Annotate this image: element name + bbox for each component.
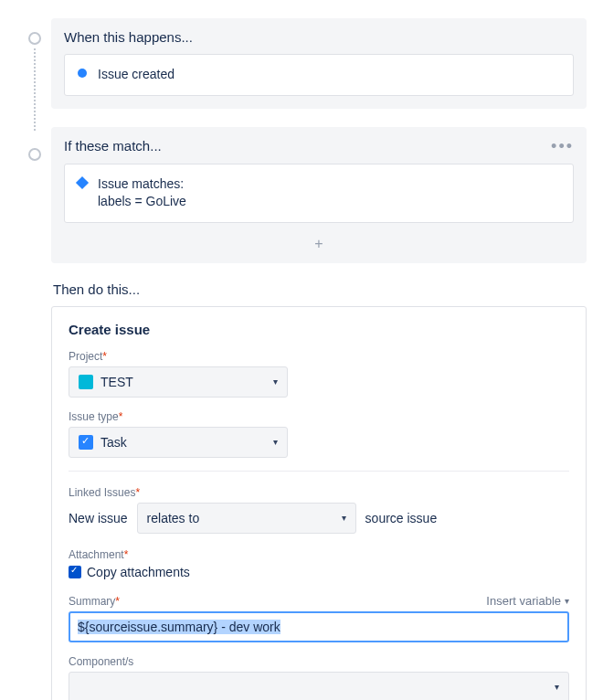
issuetype-value: Task <box>100 435 127 450</box>
chevron-down-icon: ▾ <box>555 682 559 692</box>
project-avatar-icon <box>79 375 93 389</box>
chevron-down-icon: ▾ <box>342 513 346 523</box>
form-divider <box>69 471 569 472</box>
trigger-block: When this happens... Issue created <box>51 18 587 109</box>
timeline-node-condition <box>28 148 41 161</box>
more-options-icon[interactable]: ••• <box>551 138 574 154</box>
new-issue-label: New issue <box>69 511 128 525</box>
chevron-down-icon: ▾ <box>273 437 278 447</box>
issuetype-label: Issue type* <box>69 410 569 423</box>
source-issue-label: source issue <box>365 511 438 525</box>
condition-card[interactable]: Issue matches: labels = GoLive <box>64 164 574 223</box>
trigger-card[interactable]: Issue created <box>64 54 574 96</box>
insert-variable-button[interactable]: Insert variable ▾ <box>486 594 569 608</box>
trigger-dot-icon <box>78 69 87 78</box>
task-icon <box>79 435 93 450</box>
trigger-label: Issue created <box>98 66 175 84</box>
link-relation-value: relates to <box>147 511 200 525</box>
condition-line2: labels = GoLive <box>98 194 186 208</box>
condition-diamond-icon <box>76 176 89 189</box>
chevron-down-icon: ▾ <box>565 596 569 606</box>
condition-line1: Issue matches: <box>98 176 184 191</box>
add-branch-button[interactable]: + <box>64 236 574 252</box>
action-header: Then do this... <box>53 281 587 297</box>
form-title: Create issue <box>69 322 569 337</box>
timeline-node-trigger <box>28 32 41 45</box>
condition-header: If these match... <box>64 138 162 154</box>
summary-value: ${sourceissue.summary} - dev work <box>78 620 280 634</box>
timeline-connector <box>34 48 36 131</box>
project-value: TEST <box>100 375 133 389</box>
linked-issues-label: Linked Issues* <box>69 486 569 499</box>
create-issue-form: Create issue Project* TEST ▾ Issue type* <box>51 306 587 700</box>
components-label: Component/s <box>69 655 569 668</box>
summary-label: Summary* <box>69 595 120 608</box>
project-select[interactable]: TEST ▾ <box>69 366 288 398</box>
trigger-header: When this happens... <box>64 29 193 45</box>
issuetype-select[interactable]: Task ▾ <box>69 427 288 458</box>
condition-text: Issue matches: labels = GoLive <box>98 175 186 211</box>
copy-attachments-label: Copy attachments <box>87 565 190 579</box>
chevron-down-icon: ▾ <box>273 377 278 387</box>
components-select[interactable]: ▾ <box>69 672 569 700</box>
condition-block: If these match... ••• Issue matches: lab… <box>51 127 587 263</box>
rule-timeline <box>18 18 51 700</box>
project-label: Project* <box>69 350 569 363</box>
copy-attachments-checkbox[interactable] <box>69 566 81 578</box>
attachment-label: Attachment* <box>69 548 569 561</box>
summary-input[interactable]: ${sourceissue.summary} - dev work <box>69 611 569 642</box>
link-relation-select[interactable]: relates to ▾ <box>137 503 356 534</box>
